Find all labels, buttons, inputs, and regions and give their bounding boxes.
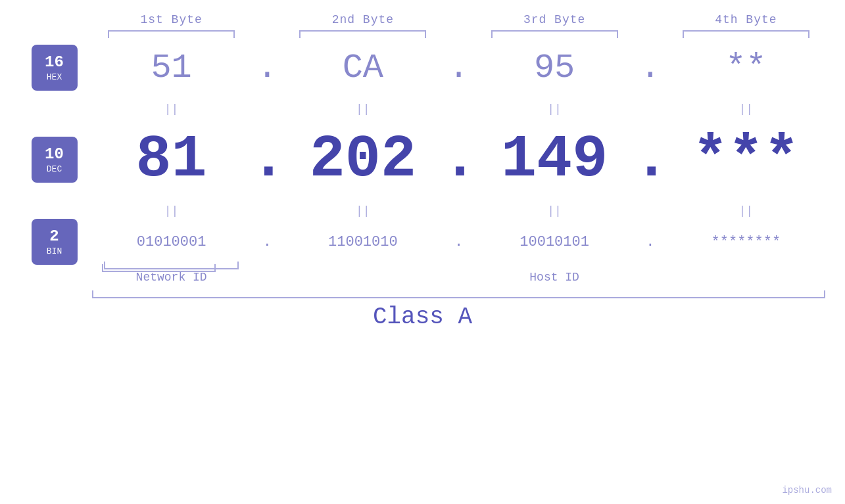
watermark-text: ipshu.com: [782, 485, 832, 495]
hex-badge-num: 16: [45, 53, 64, 72]
host-id-label: Host ID: [529, 271, 579, 284]
id-labels-flex: Network ID Host ID: [92, 271, 825, 284]
equals-row-2: || || || ||: [92, 199, 825, 222]
dec-dot3: .: [634, 126, 667, 193]
full-bracket-container: [92, 290, 825, 298]
eq2-b1: ||: [92, 204, 251, 218]
badges-column: 16 HEX 10 DEC 2 BIN: [0, 38, 92, 272]
byte3-bracket-top: [491, 30, 618, 38]
dec-b2-cell: 202: [283, 126, 442, 193]
dec-b2-value: 202: [310, 126, 416, 193]
hex-b4-value: **: [725, 49, 766, 87]
class-label-row: Class A: [0, 304, 845, 331]
hex-b3-cell: 95: [475, 49, 634, 87]
equals-row-1: || || || ||: [92, 97, 825, 120]
dec-dot1: .: [251, 126, 283, 193]
dec-b1-cell: 81: [92, 126, 251, 193]
bin-badge-num: 2: [49, 227, 59, 246]
bin-b3-cell: 10010101: [475, 234, 634, 250]
byte4-label: 4th Byte: [667, 13, 825, 26]
bin-b4-cell: ********: [667, 234, 825, 250]
host-id-spacer1: [283, 271, 442, 284]
byte3-header: 3rd Byte: [475, 13, 634, 38]
dec-b1-value: 81: [136, 126, 207, 193]
id-labels-row: Network ID Host ID: [92, 271, 825, 284]
bin-badge-row: 2 BIN: [32, 222, 78, 262]
byte2-header: 2nd Byte: [283, 13, 442, 38]
byte1-bracket-top: [108, 30, 235, 38]
byte1-label: 1st Byte: [92, 13, 251, 26]
bin-b2-value: 11001010: [328, 234, 398, 250]
dec-badge-row: 10 DEC: [32, 120, 78, 199]
host-id-spacer2: [667, 271, 825, 284]
hex-badge: 16 HEX: [32, 45, 78, 91]
network-bracket-container: [92, 262, 251, 269]
network-id-label-cell: Network ID: [92, 271, 251, 284]
hex-dot3: .: [634, 49, 667, 87]
host-bracket-col4: [667, 262, 825, 269]
bin-data-row: 01010001 . 11001010 . 10010101 .: [92, 222, 825, 262]
hex-badge-label: HEX: [47, 72, 62, 82]
dec-b4-value: ***: [692, 126, 799, 193]
hex-dot1: .: [251, 49, 283, 87]
eq1-b4: ||: [667, 103, 825, 116]
eq1-b2: ||: [283, 103, 442, 116]
byte2-bracket-top: [299, 30, 426, 38]
byte4-header: 4th Byte: [667, 13, 825, 38]
dec-b3-value: 149: [501, 126, 608, 193]
hex-b2-cell: CA: [283, 49, 442, 87]
dec-badge-label: DEC: [47, 164, 62, 174]
bin-badge: 2 BIN: [32, 219, 78, 265]
dec-badge-num: 10: [45, 145, 64, 164]
hex-b2-value: CA: [343, 49, 383, 87]
bin-b3-value: 10010101: [519, 234, 589, 250]
bin-b1-cell: 01010001: [92, 234, 251, 250]
eq2-b3: ||: [475, 204, 634, 218]
hex-b1-cell: 51: [92, 49, 251, 87]
bin-b2-cell: 11001010: [283, 234, 442, 250]
dec-badge: 10 DEC: [32, 137, 78, 183]
host-bracket-col2: [283, 262, 442, 269]
host-id-label-cell: Host ID: [475, 271, 634, 284]
bin-b1-value: 01010001: [137, 234, 206, 250]
hex-data-row: 51 . CA . 95 . **: [92, 38, 825, 97]
bin-dot1: .: [251, 234, 283, 250]
byte1-header: 1st Byte: [92, 13, 251, 38]
dec-data-row: 81 . 202 . 149 . ***: [92, 120, 825, 199]
data-columns: 51 . CA . 95 . **: [92, 38, 825, 272]
dec-b3-cell: 149: [475, 126, 634, 193]
main-container: 1st Byte 2nd Byte 3rd Byte 4th Byte: [0, 0, 845, 504]
watermark-container: ipshu.com: [782, 484, 832, 496]
host-bracket-col3: [475, 262, 634, 269]
class-label: Class A: [373, 304, 472, 331]
bin-b4-value: ********: [712, 234, 781, 250]
brackets-flex: [92, 262, 825, 269]
bottom-brackets-area: [92, 262, 825, 269]
hex-b1-value: 51: [151, 49, 191, 87]
bin-dot3: .: [634, 234, 667, 250]
byte4-bracket-top: [683, 30, 809, 38]
byte2-label: 2nd Byte: [283, 13, 442, 26]
hex-badge-row: 16 HEX: [32, 38, 78, 97]
network-bracket: [104, 262, 239, 269]
eq1-b1: ||: [92, 103, 251, 116]
bin-dot2: .: [443, 234, 475, 250]
hex-b4-cell: **: [667, 49, 825, 87]
hex-dot2: .: [443, 49, 475, 87]
hex-b3-value: 95: [534, 49, 575, 87]
dec-dot2: .: [443, 126, 475, 193]
network-id-label: Network ID: [136, 271, 207, 284]
dec-b4-cell: ***: [667, 126, 825, 193]
eq2-b4: ||: [667, 204, 825, 218]
full-bracket: [92, 290, 825, 298]
eq2-b2: ||: [283, 204, 442, 218]
eq1-b3: ||: [475, 103, 634, 116]
bin-badge-label: BIN: [47, 246, 62, 256]
byte3-label: 3rd Byte: [475, 13, 634, 26]
